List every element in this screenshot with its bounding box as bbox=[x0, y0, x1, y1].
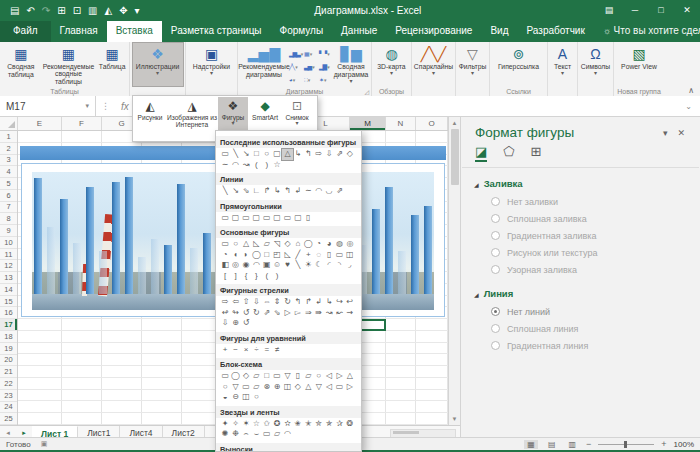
shape-item[interactable]: ✩ bbox=[262, 419, 272, 430]
row-header[interactable]: 23 bbox=[0, 390, 17, 402]
qat-icon[interactable]: ▤ bbox=[10, 5, 19, 16]
row-header[interactable]: 25 bbox=[0, 413, 17, 425]
shape-item[interactable]: ☆ bbox=[251, 419, 261, 430]
shape-item[interactable]: ◌ bbox=[314, 250, 324, 261]
shape-item[interactable]: ) bbox=[272, 271, 282, 282]
shape-item[interactable]: ∼ bbox=[220, 160, 230, 171]
shape-item[interactable]: ( bbox=[251, 160, 261, 171]
shape-item[interactable]: ☾ bbox=[314, 260, 324, 271]
shape-item[interactable]: ✯ bbox=[324, 419, 334, 430]
pivot-chart-button[interactable]: ▊▆ Сводная диаграмма bbox=[332, 43, 370, 86]
fill-option-picture[interactable]: Рисунок или текстура bbox=[461, 244, 700, 261]
fill-option-gradient[interactable]: Градиентная заливка bbox=[461, 227, 700, 244]
shape-item[interactable]: ↘ bbox=[230, 186, 240, 197]
shape-item[interactable]: ▭ bbox=[241, 382, 251, 393]
shape-item[interactable]: ☀ bbox=[303, 260, 313, 271]
shape-item[interactable]: × bbox=[241, 345, 251, 356]
addins-button[interactable]: ▣ Надстройки bbox=[189, 43, 235, 86]
page-break-view-icon[interactable]: ▥ bbox=[565, 440, 579, 449]
shape-item[interactable]: ◫ bbox=[241, 392, 251, 403]
table-button[interactable]: ▦ Таблица bbox=[96, 43, 128, 86]
shape-item[interactable]: ◔ bbox=[220, 250, 230, 261]
pivot-table-button[interactable]: ▦ Сводная таблица bbox=[1, 43, 41, 86]
shape-item[interactable]: ▱ bbox=[251, 371, 261, 382]
fill-line-tab-icon[interactable] bbox=[475, 144, 487, 162]
shape-item[interactable]: ◔ bbox=[314, 239, 324, 250]
shape-item[interactable]: ◒ bbox=[220, 392, 230, 403]
shape-item[interactable]: ↱ bbox=[303, 297, 313, 308]
row-header[interactable]: 8 bbox=[0, 213, 17, 225]
window-button-icon[interactable]: □ bbox=[648, 0, 674, 21]
recommended-charts-button[interactable]: ▂▅▇ Рекомендуемые диаграммы bbox=[239, 43, 289, 86]
tab-page-layout[interactable]: Разметка страницы bbox=[162, 21, 271, 42]
shape-item[interactable]: ◺ bbox=[251, 239, 261, 250]
shape-item[interactable]: ▭ bbox=[282, 213, 292, 224]
chart-type-icon[interactable]: ▃▅ bbox=[304, 61, 317, 74]
fill-option-pattern[interactable]: Узорная заливка bbox=[461, 261, 700, 278]
shape-item[interactable]: = bbox=[262, 345, 272, 356]
zoom-slider-thumb[interactable] bbox=[624, 441, 627, 448]
qat-icon[interactable]: ✥ bbox=[119, 5, 127, 16]
tab-developer[interactable]: Разработчик bbox=[518, 21, 594, 42]
line-option-solid[interactable]: Сплошная линия bbox=[461, 320, 700, 337]
map3d-button[interactable]: ◍ 3D-карта bbox=[375, 43, 409, 86]
shape-item[interactable]: ❉ bbox=[230, 429, 240, 440]
shape-item[interactable]: ◍ bbox=[334, 239, 344, 250]
row-header[interactable]: 6 bbox=[0, 190, 17, 202]
row-header[interactable]: 3 bbox=[0, 155, 17, 167]
shape-item[interactable]: ⇨ bbox=[314, 149, 324, 160]
shape-item[interactable]: ⇝ bbox=[345, 308, 355, 319]
tab-home[interactable]: Главная bbox=[51, 21, 107, 42]
shape-item[interactable]: ↰ bbox=[293, 297, 303, 308]
vertical-scroll-thumb[interactable] bbox=[451, 129, 459, 185]
shape-item[interactable]: ↳ bbox=[293, 149, 303, 160]
qat-icon[interactable]: ◭ bbox=[104, 5, 112, 16]
shape-item[interactable]: ↰ bbox=[303, 149, 313, 160]
shape-item[interactable]: ◫ bbox=[345, 250, 355, 261]
fill-option-none[interactable]: Нет заливки bbox=[461, 193, 700, 210]
shape-item[interactable]: ◠ bbox=[314, 186, 324, 197]
shape-item[interactable]: ⊕ bbox=[272, 382, 282, 393]
shape-item[interactable]: ◧ bbox=[220, 260, 230, 271]
shape-item[interactable]: ▢ bbox=[230, 213, 240, 224]
shape-item[interactable]: ◁ bbox=[324, 371, 334, 382]
chart-type-icon[interactable]: ▂▆▃ bbox=[289, 48, 302, 61]
tab-file[interactable]: Файл bbox=[0, 21, 51, 42]
row-header[interactable]: 12 bbox=[0, 260, 17, 272]
shape-item[interactable]: ⇛ bbox=[314, 308, 324, 319]
shape-item[interactable]: ✮ bbox=[314, 419, 324, 430]
power-view-button[interactable]: ▧ Power View bbox=[619, 43, 659, 86]
shape-item[interactable]: ✪ bbox=[272, 419, 282, 430]
shape-item[interactable]: ✦ bbox=[220, 419, 230, 430]
shape-item[interactable]: ↰ bbox=[282, 186, 292, 197]
shape-item[interactable]: □ bbox=[262, 250, 272, 261]
qat-icon[interactable]: ↶ bbox=[26, 5, 34, 16]
shape-item[interactable]: ⇩ bbox=[220, 318, 230, 329]
shape-item[interactable]: ◞ bbox=[345, 260, 355, 271]
shape-item[interactable]: ▯ bbox=[303, 213, 313, 224]
shape-item[interactable]: ▭ bbox=[272, 371, 282, 382]
shape-item[interactable]: ▱ bbox=[251, 382, 261, 393]
shape-item[interactable]: ◇ bbox=[241, 371, 251, 382]
shape-item[interactable]: ↻ bbox=[251, 308, 261, 319]
pane-close-icon[interactable] bbox=[672, 128, 690, 138]
row-header[interactable]: 22 bbox=[0, 378, 17, 390]
shape-item[interactable]: ◇ bbox=[293, 382, 303, 393]
shape-item[interactable]: ◇ bbox=[282, 239, 292, 250]
shape-item[interactable]: ◗ bbox=[241, 250, 251, 261]
shape-item[interactable]: ○ bbox=[314, 371, 324, 382]
row-header[interactable]: 18 bbox=[0, 331, 17, 343]
line-section-header[interactable]: Линия bbox=[461, 278, 700, 303]
pane-menu-icon[interactable] bbox=[658, 128, 673, 138]
shape-item[interactable]: ✭ bbox=[303, 419, 313, 430]
shape-item[interactable]: ∟ bbox=[251, 186, 261, 197]
window-button-icon[interactable]: ▤ bbox=[596, 0, 622, 21]
shape-item[interactable]: ✫ bbox=[282, 419, 292, 430]
column-header[interactable]: M bbox=[350, 117, 386, 130]
row-header[interactable]: 16 bbox=[0, 307, 17, 319]
shape-item[interactable]: ▷ bbox=[345, 382, 355, 393]
shape-item[interactable]: ⌣ bbox=[251, 429, 261, 440]
shape-item[interactable]: ⇩ bbox=[251, 297, 261, 308]
shape-item[interactable]: ≠ bbox=[272, 345, 282, 356]
zoom-level[interactable]: 100% bbox=[674, 440, 694, 449]
